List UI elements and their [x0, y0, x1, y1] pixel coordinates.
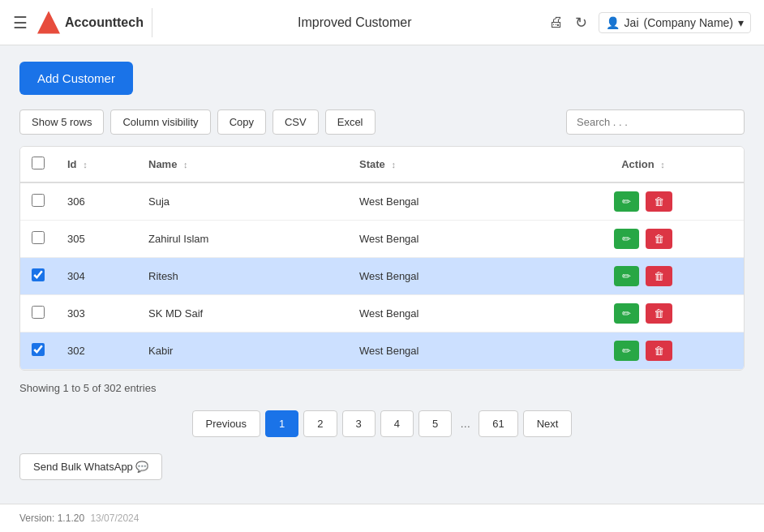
row-name: Kabir	[137, 332, 348, 370]
app-logo: Accounttech	[37, 11, 144, 34]
print-icon[interactable]: 🖨	[549, 14, 564, 31]
logo-triangle-icon	[37, 11, 60, 34]
row-checkbox[interactable]	[32, 306, 45, 319]
menu-icon[interactable]: ☰	[13, 13, 28, 32]
nav-actions: 🖨 ↻ 👤 Jai (Company Name) ▾	[549, 12, 751, 33]
header-state[interactable]: State ↕	[348, 147, 543, 182]
delete-button[interactable]: 🗑	[646, 341, 672, 361]
edit-button[interactable]: ✏	[614, 266, 639, 286]
copy-button[interactable]: Copy	[217, 109, 266, 135]
csv-button[interactable]: CSV	[273, 109, 319, 135]
company-name: (Company Name)	[644, 16, 733, 29]
excel-button[interactable]: Excel	[325, 109, 376, 135]
row-state: West Bengal	[348, 182, 543, 221]
header-action: Action ↕	[543, 147, 744, 182]
nav-divider	[152, 8, 152, 37]
app-name: Accounttech	[65, 15, 144, 30]
table-header-row: Id ↕ Name ↕ State ↕ Action ↕	[20, 147, 744, 182]
row-id: 303	[56, 295, 137, 332]
page-4-button[interactable]: 4	[380, 410, 414, 437]
row-id: 306	[56, 182, 137, 221]
row-name: Zahirul Islam	[137, 221, 348, 258]
select-all-checkbox[interactable]	[32, 157, 45, 169]
row-action: ✏ 🗑	[543, 332, 744, 370]
edit-button[interactable]: ✏	[614, 303, 639, 324]
row-action: ✏ 🗑	[543, 182, 744, 221]
search-input[interactable]	[566, 109, 745, 135]
row-state: West Bengal	[348, 221, 543, 258]
header-id[interactable]: Id ↕	[56, 147, 137, 182]
pagination: Previous 1 2 3 4 5 … 61 Next	[19, 410, 745, 437]
page-3-button[interactable]: 3	[342, 410, 376, 437]
row-checkbox[interactable]	[32, 268, 45, 281]
row-action: ✏ 🗑	[543, 221, 744, 258]
table-footer: Showing 1 to 5 of 302 entries	[19, 371, 745, 402]
row-checkbox-cell	[20, 221, 56, 258]
table-toolbar: Show 5 rows Column visibility Copy CSV E…	[19, 109, 745, 135]
row-checkbox[interactable]	[32, 231, 45, 244]
customers-table-wrapper: Id ↕ Name ↕ State ↕ Action ↕	[19, 146, 745, 371]
user-menu[interactable]: 👤 Jai (Company Name) ▾	[599, 12, 751, 33]
customers-table: Id ↕ Name ↕ State ↕ Action ↕	[20, 147, 744, 370]
delete-button[interactable]: 🗑	[646, 191, 672, 212]
row-action: ✏ 🗑	[543, 295, 744, 332]
previous-button[interactable]: Previous	[192, 410, 261, 437]
send-bulk-whatsapp-button[interactable]: Send Bulk WhatsApp 💬	[19, 453, 162, 480]
pagination-ellipsis: …	[457, 411, 474, 436]
edit-button[interactable]: ✏	[614, 229, 639, 249]
row-state: West Bengal	[348, 258, 543, 295]
table-row: 304 Ritesh West Bengal ✏ 🗑	[20, 258, 744, 295]
row-name: SK MD Saif	[137, 295, 348, 332]
row-state: West Bengal	[348, 332, 543, 370]
edit-button[interactable]: ✏	[614, 191, 639, 212]
next-button[interactable]: Next	[523, 410, 573, 437]
row-id: 304	[56, 258, 137, 295]
row-checkbox[interactable]	[32, 343, 45, 356]
navbar: ☰ Accounttech Improved Customer 🖨 ↻ 👤 Ja…	[0, 0, 764, 45]
row-id: 302	[56, 332, 137, 370]
table-row: 305 Zahirul Islam West Bengal ✏ 🗑	[20, 221, 744, 258]
header-checkbox-cell	[20, 147, 56, 182]
main-content: Add Customer Show 5 rows Column visibili…	[0, 45, 764, 496]
edit-button[interactable]: ✏	[614, 341, 639, 361]
row-state: West Bengal	[348, 295, 543, 332]
state-sort-icon: ↕	[391, 160, 396, 169]
header-name[interactable]: Name ↕	[137, 147, 348, 182]
refresh-icon[interactable]: ↻	[575, 14, 587, 32]
table-row: 302 Kabir West Bengal ✏ 🗑	[20, 332, 744, 370]
column-visibility-button[interactable]: Column visibility	[110, 109, 210, 135]
row-name: Ritesh	[137, 258, 348, 295]
page-61-button[interactable]: 61	[479, 410, 517, 437]
showing-entries-text: Showing 1 to 5 of 302 entries	[19, 382, 156, 394]
delete-button[interactable]: 🗑	[646, 229, 672, 249]
delete-button[interactable]: 🗑	[646, 266, 672, 286]
table-body: 306 Suja West Bengal ✏ 🗑 305 Zahirul Isl…	[20, 182, 744, 370]
user-icon: 👤	[606, 16, 620, 29]
row-checkbox-cell	[20, 332, 56, 370]
page-1-button[interactable]: 1	[265, 410, 298, 437]
row-checkbox-cell	[20, 182, 56, 221]
row-id: 305	[56, 221, 137, 258]
page-5-button[interactable]: 5	[418, 410, 452, 437]
page-2-button[interactable]: 2	[303, 410, 337, 437]
delete-button[interactable]: 🗑	[646, 303, 672, 324]
show-rows-button[interactable]: Show 5 rows	[19, 109, 104, 135]
name-sort-icon: ↕	[183, 160, 188, 169]
action-sort-icon: ↕	[660, 160, 665, 169]
row-checkbox-cell	[20, 295, 56, 332]
row-action: ✏ 🗑	[543, 258, 744, 295]
row-name: Suja	[137, 182, 348, 221]
user-name: Jai	[625, 16, 639, 29]
table-row: 306 Suja West Bengal ✏ 🗑	[20, 182, 744, 221]
add-customer-button[interactable]: Add Customer	[19, 62, 133, 95]
row-checkbox[interactable]	[32, 194, 45, 207]
table-row: 303 SK MD Saif West Bengal ✏ 🗑	[20, 295, 744, 332]
row-checkbox-cell	[20, 258, 56, 295]
user-dropdown-icon: ▾	[738, 16, 744, 29]
id-sort-icon: ↕	[83, 160, 88, 169]
page-title: Improved Customer	[161, 15, 549, 30]
